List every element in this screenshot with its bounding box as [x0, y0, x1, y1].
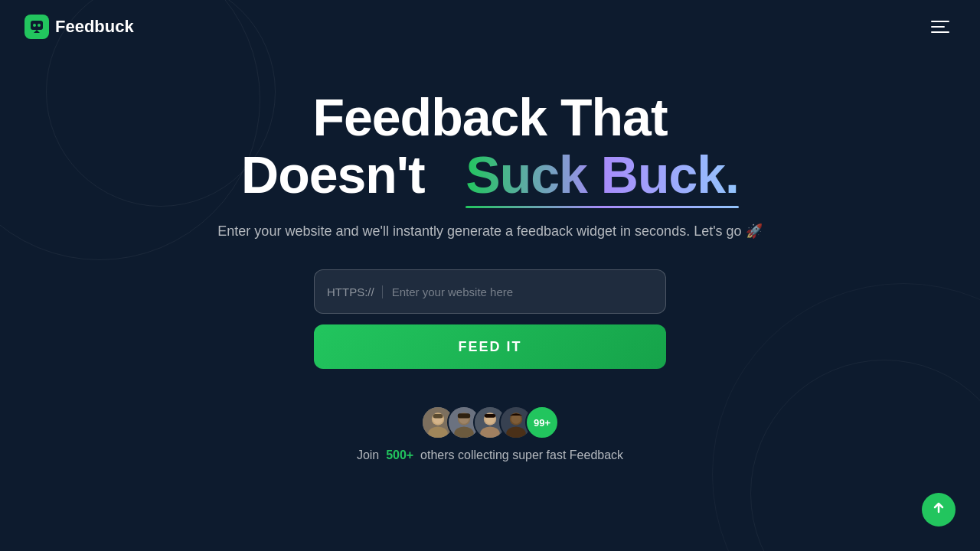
- svg-rect-7: [433, 414, 443, 418]
- url-prefix: HTTPS://: [327, 285, 383, 298]
- hero-section: Feedback That Doesn't Suck Buck. Enter y…: [0, 0, 980, 551]
- headline-line2: Doesn't Suck Buck.: [241, 146, 739, 204]
- svg-point-21: [511, 414, 521, 424]
- headline-gradient: Suck Buck.: [466, 145, 739, 204]
- social-proof-section: 99+ Join 500+ others collecting super fa…: [357, 406, 623, 462]
- menu-button[interactable]: [928, 13, 956, 41]
- cta-label: FEED IT: [458, 339, 521, 354]
- scroll-top-icon: [931, 500, 946, 520]
- headline: Feedback That Doesn't Suck Buck.: [241, 89, 739, 204]
- hamburger-line-1: [931, 21, 949, 22]
- join-text: Join: [357, 448, 379, 461]
- social-proof-text: Join 500+ others collecting super fast F…: [357, 448, 623, 462]
- svg-rect-0: [31, 21, 43, 30]
- svg-point-1: [33, 24, 36, 27]
- subtitle: Enter your website and we'll instantly g…: [217, 221, 762, 242]
- headline-plain: Doesn't: [241, 145, 425, 204]
- headline-line1: Feedback That: [241, 89, 739, 146]
- svg-point-2: [38, 24, 41, 27]
- user-count: 500+: [386, 448, 413, 461]
- scroll-top-button[interactable]: [922, 493, 956, 527]
- social-suffix: others collecting super fast Feedback: [420, 448, 623, 461]
- avatar-group: 99+: [421, 406, 559, 439]
- logo-link[interactable]: Feedbuck: [24, 15, 134, 39]
- svg-rect-17: [485, 414, 496, 418]
- website-input[interactable]: [392, 285, 653, 298]
- avatar-count-badge: 99+: [525, 406, 559, 439]
- hamburger-line-2: [931, 26, 945, 28]
- url-input-container: HTTPS://: [314, 269, 666, 314]
- logo-text: Feedbuck: [55, 17, 134, 37]
- svg-rect-12: [458, 413, 470, 418]
- navbar: Feedbuck: [0, 0, 980, 54]
- feed-it-button[interactable]: FEED IT: [314, 324, 666, 369]
- logo-icon: [24, 15, 49, 39]
- hamburger-line-3: [931, 31, 949, 33]
